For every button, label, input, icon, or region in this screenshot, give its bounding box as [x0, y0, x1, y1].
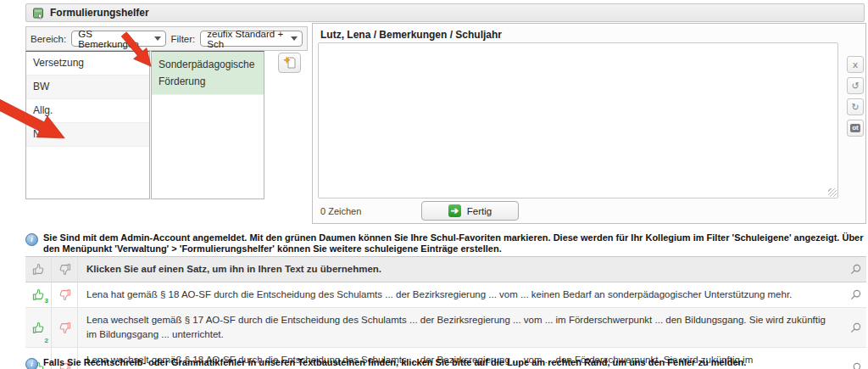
- category-list-item[interactable]: NRW: [26, 123, 149, 147]
- bereich-label: Bereich:: [31, 34, 66, 44]
- thumb-up-header-cell: [25, 257, 52, 282]
- info-icon: i: [25, 233, 38, 246]
- category-label: Allg.: [33, 104, 53, 116]
- char-count: 0 Zeichen: [320, 206, 361, 216]
- category-list-item[interactable]: Versetzung: [26, 52, 149, 75]
- formulierungshelfer-icon: [32, 7, 45, 20]
- remark-textarea[interactable]: [318, 42, 838, 198]
- undo-button[interactable]: ↺: [847, 77, 864, 94]
- undo-icon: ↺: [851, 81, 859, 92]
- category-list-item[interactable]: Allg.: [26, 99, 149, 123]
- category-list-item[interactable]: BW: [26, 75, 149, 99]
- footer-note-text: Falls Sie Rechtschreib- oder Grammatikfe…: [43, 357, 746, 368]
- thumb-down-cell[interactable]: [52, 282, 78, 307]
- window-title: Formulierungshelfer: [50, 7, 149, 19]
- subcategory-list: Sonderpädagogische Förderung: [151, 51, 264, 199]
- magnifier-icon: [850, 264, 861, 275]
- chevron-down-icon: [291, 36, 298, 41]
- category-label: Versetzung: [33, 57, 84, 69]
- thumb-down-icon: [58, 263, 71, 276]
- phrase-text[interactable]: Lena wechselt gemäß § 17 AO-SF durch die…: [78, 308, 844, 347]
- chevron-down-icon: [154, 36, 161, 41]
- subcategory-list-item[interactable]: Sonderpädagogische Förderung: [152, 52, 264, 95]
- category-list: Versetzung BW Allg. NRW: [25, 51, 150, 199]
- fertig-label: Fertig: [467, 206, 492, 216]
- clear-button[interactable]: x: [847, 56, 864, 73]
- thumb-down-cell[interactable]: [52, 308, 78, 347]
- editor-panel: Lutz, Lena / Bemerkungen / Schuljahr x ↺…: [312, 23, 866, 224]
- favorite-count: 3: [45, 297, 48, 305]
- thumb-up-cell[interactable]: 2: [25, 308, 52, 347]
- textarea-resize-handle[interactable]: [828, 188, 837, 197]
- footer-note: i Falls Sie Rechtschreib- oder Grammatik…: [25, 357, 865, 369]
- subcategory-label: Sonderpädagogische Förderung: [159, 59, 254, 87]
- phrase-row: 2 Lena wechselt gemäß § 17 AO-SF durch d…: [25, 308, 866, 348]
- admin-note: i Sie Sind mit dem Admin-Account angemel…: [25, 232, 865, 254]
- report-error-cell[interactable]: [844, 308, 866, 347]
- category-label: BW: [33, 81, 49, 92]
- magnifier-icon: [850, 322, 861, 333]
- magnifier-icon: [850, 289, 861, 300]
- filter-toolbar: Bereich: GS Bemerkungen Filter: zeufix S…: [25, 26, 308, 51]
- filter-label: Filter:: [171, 34, 196, 44]
- phrase-table-header-text: Klicken Sie auf einen Satz, um ihn in Ih…: [78, 257, 844, 282]
- green-arrow-icon: ➔: [448, 204, 461, 217]
- bereich-select[interactable]: GS Bemerkungen: [71, 31, 165, 47]
- report-error-cell[interactable]: [844, 282, 866, 307]
- fertig-button[interactable]: ➔ Fertig: [421, 201, 519, 221]
- editor-title: Lutz, Lena / Bemerkungen / Schuljahr: [320, 29, 502, 41]
- phrase-row: 3 Lena hat gemäß § 18 AO-SF durch die En…: [25, 282, 866, 308]
- bereich-select-value: GS Bemerkungen: [78, 29, 150, 49]
- thumb-down-icon: [58, 321, 71, 334]
- new-entry-button[interactable]: [278, 53, 301, 73]
- filter-select[interactable]: zeufix Standard + Sch: [200, 31, 303, 47]
- redo-icon: ↻: [851, 102, 859, 113]
- info-icon: i: [25, 358, 38, 369]
- formulierungshelfer-window: Formulierungshelfer Bereich: GS Bemerkun…: [0, 0, 868, 369]
- ot-icon: ot: [850, 124, 860, 132]
- phrase-text[interactable]: Lena hat gemäß § 18 AO-SF durch die Ents…: [78, 282, 844, 307]
- thumb-up-cell[interactable]: 3: [25, 282, 52, 307]
- redo-button[interactable]: ↻: [847, 98, 864, 115]
- thumb-up-icon: [32, 321, 45, 334]
- admin-note-text: Sie Sind mit dem Admin-Account angemelde…: [43, 232, 865, 254]
- thumb-up-icon: [32, 288, 45, 301]
- editor-side-buttons: x ↺ ↻ ot: [847, 56, 864, 137]
- report-error-cell[interactable]: [844, 257, 866, 282]
- thumb-down-header-cell: [52, 257, 78, 282]
- filter-select-value: zeufix Standard + Sch: [207, 29, 287, 49]
- phrase-rows: 3 Lena hat gemäß § 18 AO-SF durch die En…: [25, 282, 866, 369]
- category-label: NRW: [33, 128, 57, 140]
- window-header: Formulierungshelfer: [25, 3, 865, 22]
- phrase-table-header: Klicken Sie auf einen Satz, um ihn in Ih…: [25, 257, 866, 282]
- thumb-down-icon: [58, 288, 71, 301]
- favorite-count: 2: [45, 337, 48, 344]
- new-page-star-icon: [283, 56, 297, 70]
- ot-button[interactable]: ot: [847, 120, 864, 137]
- phrase-table: Klicken Sie auf einen Satz, um ihn in Ih…: [25, 256, 866, 369]
- thumb-up-icon: [32, 263, 45, 276]
